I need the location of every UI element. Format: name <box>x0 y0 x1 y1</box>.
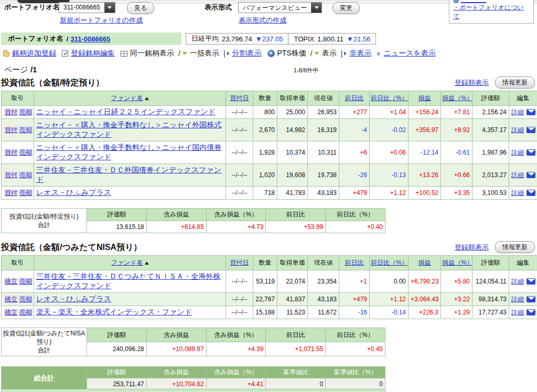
mail-icon[interactable] <box>527 127 535 133</box>
pl-pct: +3.22 <box>441 293 472 306</box>
fund-link[interactable]: ニッセイ－ニッセイ日経２２５インデックスファンド <box>36 107 216 116</box>
pts-hide-link[interactable]: 非表示 <box>349 49 371 58</box>
chevron-down-icon <box>315 6 319 9</box>
mail-icon[interactable] <box>527 296 535 302</box>
view-button[interactable]: 見る <box>127 2 154 14</box>
order-display-link[interactable]: 登録順表示 <box>455 243 489 252</box>
buy-link[interactable]: 買付 <box>4 189 18 197</box>
order-display-link[interactable]: 登録順表示 <box>455 78 489 88</box>
add-stock-icon <box>3 50 9 57</box>
total-pl: +10,089.97 <box>146 342 206 356</box>
buy-link[interactable]: 買付 <box>4 171 18 179</box>
chevron-down-icon[interactable] <box>182 52 187 55</box>
mail-icon[interactable] <box>527 109 535 115</box>
fund-link[interactable]: ニッセイ－＜購入・換金手数料なし＞ニッセイ外国株式インデックスファンド <box>36 121 221 138</box>
help-box: ・ポートフォリオについて <box>449 0 534 24</box>
mail-icon[interactable] <box>527 190 535 196</box>
change-button[interactable]: 変更 <box>332 2 360 14</box>
detail-link[interactable]: 詳細 <box>511 149 524 156</box>
fund-link[interactable]: 三井住友－三井住友・ＤＣつみたてＮＩＳＡ・全海外株インデックスファンド <box>36 272 220 290</box>
buy-link[interactable]: 買付 <box>4 108 18 116</box>
display-format-select[interactable]: パフォーマンスビュー <box>238 2 322 13</box>
format-create-link[interactable]: 表示形式の作成 <box>239 16 286 25</box>
accumulate-link[interactable]: 積立 <box>4 309 18 316</box>
sum-col-chg: 前日比 <box>266 209 326 221</box>
portfolio-select[interactable]: 311-0086665 <box>59 2 115 13</box>
mail-icon[interactable] <box>527 278 535 285</box>
portfolio-number-link[interactable]: 311-0086665 <box>70 35 110 43</box>
col-chg: 前日比 <box>339 256 370 270</box>
detail-link[interactable]: 詳細 <box>511 189 524 197</box>
pl-pct: +7.81 <box>441 106 472 119</box>
sell-link[interactable]: 売却 <box>19 278 33 285</box>
accumulate-link[interactable]: 積立 <box>4 278 18 285</box>
edit-stock-icon <box>62 50 68 57</box>
unit-cost: 14,982 <box>277 119 308 141</box>
unit-cost: 10,374 <box>277 141 308 164</box>
portfolio-select-arrow[interactable] <box>104 3 115 13</box>
summary-label: 投資信託(金額/特定預り)合計 <box>2 209 87 233</box>
fund-link[interactable]: 三井住友－三井住友・ＤＣ外国債券インデックスファンド <box>36 166 221 183</box>
fund-link[interactable]: ニッセイ－＜購入・換金手数料なし＞ニッセイ国内債券インデックスファンド <box>36 143 221 161</box>
sell-link[interactable]: 売却 <box>19 126 33 134</box>
refresh-button[interactable]: 情報更新 <box>495 77 535 89</box>
chevron-down-icon[interactable] <box>314 52 319 55</box>
add-stock-link[interactable]: 銘柄追加登録 <box>12 49 56 58</box>
buy-date: --/--/-- <box>226 187 253 200</box>
edit-stock-link[interactable]: 登録銘柄編集 <box>71 49 115 58</box>
sell-link[interactable]: 売却 <box>19 189 33 197</box>
day-change: -26 <box>339 164 370 187</box>
result-count: 1-8/8件中 <box>294 67 318 74</box>
fund-link[interactable]: レオス－ひふみプラス <box>36 295 111 303</box>
valuation: 2,156.24 <box>472 106 509 119</box>
fund-link[interactable]: レオス－ひふみプラス <box>36 188 111 197</box>
topix-label: TOPIX <box>294 35 314 43</box>
detail-link[interactable]: 詳細 <box>511 309 524 316</box>
day-change: +479 <box>339 187 370 200</box>
about-portfolio-link[interactable]: ・ポートフォリオについて <box>453 4 524 20</box>
fund-link[interactable]: 楽天－楽天・全米株式インデックス・ファンド <box>36 308 192 316</box>
detail-link[interactable]: 詳細 <box>511 171 524 179</box>
detail-link[interactable]: 詳細 <box>511 278 524 285</box>
new-portfolio-link[interactable]: 新規ポートフォリオの作成 <box>60 16 143 25</box>
mail-icon[interactable] <box>527 149 535 156</box>
buy-link[interactable]: 買付 <box>4 126 18 134</box>
display-format-label: 表示形式 <box>205 3 232 12</box>
fund-row: 積立売却 三井住友－三井住友・ＤＣつみたてＮＩＳＡ・全海外株インデックスファンド… <box>2 270 537 293</box>
display-format-arrow[interactable] <box>311 3 321 13</box>
refresh-button[interactable]: 情報更新 <box>495 241 535 253</box>
detail-link[interactable]: 詳細 <box>511 296 524 303</box>
sell-link[interactable]: 売却 <box>19 171 33 179</box>
grand-base-pct: 0 <box>326 378 385 390</box>
mail-icon[interactable] <box>527 172 535 178</box>
fund-table-tokutei: 取引 ファンド名 買付日 数量 取得単価 現在値 前日比 前日比（%） 損益 損… <box>1 91 537 200</box>
sell-link[interactable]: 売却 <box>19 108 33 116</box>
fund-sort-link[interactable]: ファンド名 <box>111 94 143 102</box>
summary-table-tokutei: 投資信託(金額/特定預り)合計 評価額 含み損益 含み損益（%） 前日比 前日比… <box>1 208 385 233</box>
sell-link[interactable]: 売却 <box>19 296 33 303</box>
page-header: ポートフォリオ名 311-0086665 見る 新規ポートフォリオの作成 表示形… <box>0 4 537 29</box>
detail-link[interactable]: 詳細 <box>511 126 524 134</box>
pts-show-label: 表示 <box>322 49 337 58</box>
accumulate-link[interactable]: 積立 <box>4 296 18 303</box>
total-chg: +1,071.55 <box>266 342 326 356</box>
nikkei-value: 23,796.74 <box>222 35 252 43</box>
split-view-link[interactable]: 分割表示 <box>232 49 262 58</box>
sell-link[interactable]: 売却 <box>19 309 33 316</box>
page-label: ページ /1 <box>4 65 37 74</box>
section1-header: 投資信託（金額/特定預り） 登録順表示 情報更新 <box>1 77 536 89</box>
mail-icon[interactable] <box>527 309 535 315</box>
fund-sort-link[interactable]: ファンド名 <box>111 259 143 266</box>
total-pl: +614.85 <box>146 221 206 233</box>
col-unit: 取得単価 <box>277 91 308 106</box>
show-news-link[interactable]: ニュースを表示 <box>384 49 436 58</box>
fund-table-nisa: 取引 ファンド名 買付日 数量 取得単価 現在値 前日比 前日比（%） 損益 損… <box>1 255 537 319</box>
unit-cost: 41,783 <box>277 187 308 200</box>
sell-link[interactable]: 売却 <box>19 149 33 156</box>
buy-link[interactable]: 買付 <box>4 149 18 156</box>
table-header-row: 取引 ファンド名 買付日 数量 取得単価 現在値 前日比 前日比（%） 損益 損… <box>2 91 537 106</box>
grand-pl-pct: +4.41 <box>206 378 266 390</box>
col-edit: 編集 <box>509 91 537 106</box>
total-valuation: 240,096.28 <box>87 342 147 356</box>
detail-link[interactable]: 詳細 <box>511 108 524 116</box>
